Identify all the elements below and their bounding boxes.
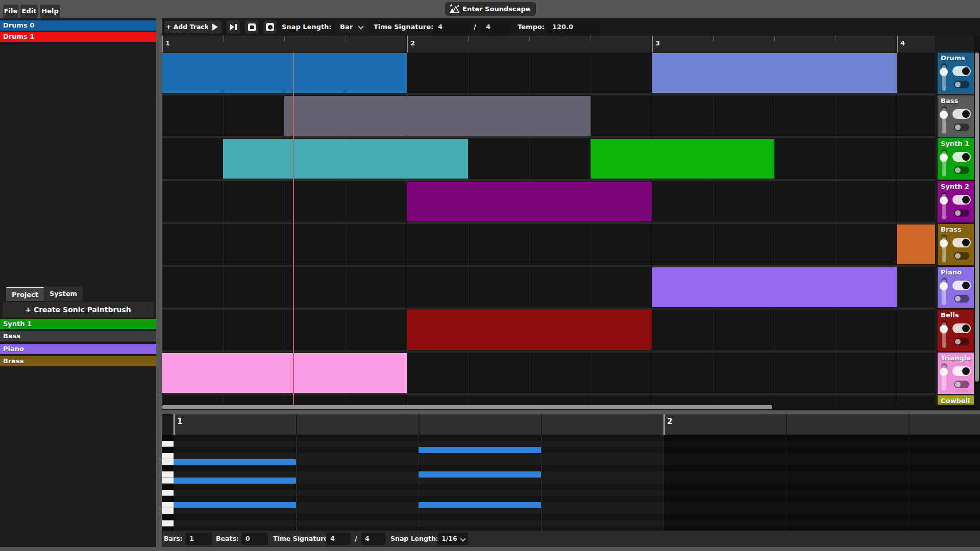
enter-soundscape-button[interactable]: Enter Soundscape — [445, 2, 536, 16]
toggle-top[interactable] — [952, 238, 971, 247]
menu-help[interactable]: Help — [40, 5, 60, 18]
time-signature-numerator-input[interactable]: 4 — [433, 21, 470, 33]
tab-system[interactable]: System — [44, 287, 83, 301]
piano-note[interactable] — [419, 502, 541, 508]
toggle-bottom[interactable] — [954, 381, 969, 388]
piano-note[interactable] — [419, 447, 541, 453]
volume-slider-knob[interactable] — [940, 154, 948, 162]
piano-key-black[interactable] — [162, 496, 174, 502]
piano-key-white[interactable] — [162, 453, 174, 459]
toggle-bottom[interactable] — [954, 209, 969, 217]
piano-note[interactable] — [174, 478, 296, 484]
clip-brass[interactable] — [897, 224, 935, 264]
toggle-top[interactable] — [952, 109, 971, 119]
play-button[interactable] — [208, 20, 222, 34]
library-item[interactable]: Bass — [0, 331, 156, 341]
clip-synth-1[interactable] — [591, 139, 774, 179]
track-lane[interactable] — [162, 224, 935, 267]
piano-roll-grid[interactable] — [174, 435, 980, 531]
toggle-top[interactable] — [952, 323, 971, 333]
clip-synth-1[interactable] — [223, 139, 468, 179]
status-time-signature-numerator-input[interactable]: 4 — [326, 533, 351, 545]
vertical-scrollbar[interactable] — [974, 36, 980, 405]
toggle-top[interactable] — [952, 66, 971, 76]
track-name: Bass — [941, 97, 958, 105]
toggle-bottom[interactable] — [954, 295, 969, 303]
piano-key-white[interactable] — [162, 490, 174, 496]
library-item[interactable]: Synth 1 — [0, 319, 156, 329]
ruler-bar-line — [652, 36, 653, 53]
volume-slider-knob[interactable] — [940, 196, 948, 205]
clip-bells[interactable] — [407, 310, 652, 350]
status-snap-length-select[interactable]: 1/16 — [437, 533, 468, 545]
clip-list-item[interactable]: Drums 0 — [0, 20, 156, 31]
piano-key-black[interactable] — [162, 465, 174, 471]
piano-key-black[interactable] — [162, 447, 174, 453]
piano-note[interactable] — [419, 471, 541, 478]
create-sonic-paintbrush-button[interactable]: + Create Sonic Paintbrush — [3, 302, 154, 317]
toggle-bottom[interactable] — [954, 252, 969, 260]
piano-key-black[interactable] — [162, 484, 174, 490]
track-name: Brass — [941, 226, 962, 233]
volume-slider-knob[interactable] — [940, 68, 948, 76]
menu-edit[interactable]: Edit — [20, 5, 38, 18]
clip-synth-2[interactable] — [407, 182, 652, 221]
piano-keys[interactable] — [162, 435, 174, 531]
volume-slider-knob[interactable] — [940, 325, 948, 333]
volume-slider-knob[interactable] — [940, 368, 948, 376]
stop-button[interactable] — [245, 20, 258, 34]
volume-slider-knob[interactable] — [940, 239, 948, 247]
horizontal-scrollbar-thumb[interactable] — [162, 405, 772, 409]
piano-key-white[interactable] — [162, 471, 174, 478]
piano-key-white[interactable] — [162, 478, 174, 484]
toggle-bottom[interactable] — [954, 166, 969, 174]
clip-triangle[interactable] — [162, 353, 407, 393]
piano-key-white[interactable] — [162, 441, 174, 447]
snap-length-select[interactable]: Bar — [335, 21, 368, 33]
piano-key-white[interactable] — [162, 520, 174, 527]
time-signature-denominator-input[interactable]: 4 — [481, 21, 510, 33]
bars-input[interactable]: 1 — [185, 533, 212, 545]
toggle-bottom[interactable] — [954, 338, 969, 345]
toggle-top[interactable] — [952, 152, 971, 162]
volume-slider-knob[interactable] — [940, 282, 948, 290]
menu-file[interactable]: File — [3, 5, 18, 18]
clip-bass[interactable] — [284, 96, 591, 136]
piano-roll-ruler[interactable]: 12 — [162, 414, 980, 435]
toggle-bottom-knob — [955, 210, 961, 216]
piano-key-black[interactable] — [162, 435, 174, 441]
library-item[interactable]: Brass — [0, 356, 156, 366]
clip-list-item[interactable]: Drums 1 — [0, 32, 156, 42]
piano-key-white[interactable] — [162, 459, 174, 465]
horizontal-scrollbar[interactable] — [162, 405, 980, 410]
piano-key-white[interactable] — [162, 508, 174, 514]
toggle-top[interactable] — [952, 195, 971, 205]
arrangement-grid[interactable] — [162, 53, 935, 405]
toggle-bottom[interactable] — [954, 81, 969, 88]
library-item[interactable]: Piano — [0, 344, 156, 354]
volume-slider-knob[interactable] — [940, 111, 948, 119]
status-time-signature-denominator-input[interactable]: 4 — [361, 533, 385, 545]
piano-key-black[interactable] — [162, 527, 174, 531]
piano-key-black[interactable] — [162, 514, 174, 520]
piano-key-white[interactable] — [162, 502, 174, 508]
playhead[interactable] — [293, 53, 294, 405]
play-pause-button[interactable] — [227, 20, 240, 34]
toggle-top[interactable] — [952, 366, 971, 376]
track-lane[interactable] — [162, 395, 935, 405]
toggle-bottom[interactable] — [954, 123, 969, 131]
record-button[interactable] — [263, 20, 277, 34]
timeline-ruler[interactable]: 1234 — [162, 36, 935, 53]
clip-drums[interactable] — [652, 53, 897, 93]
tab-project[interactable]: Project — [6, 287, 44, 301]
add-track-button[interactable]: + Add Track — [164, 21, 210, 33]
clip-piano[interactable] — [652, 267, 897, 307]
beats-input[interactable]: 0 — [241, 533, 268, 545]
tempo-input[interactable]: 120.0 — [547, 21, 600, 33]
toggle-top[interactable] — [952, 281, 971, 290]
piano-note[interactable] — [174, 502, 296, 508]
ruler-bar-label: 4 — [900, 39, 905, 47]
piano-note[interactable] — [174, 459, 296, 465]
clip-drums[interactable] — [162, 53, 407, 93]
vertical-scrollbar-thumb[interactable] — [975, 53, 979, 382]
